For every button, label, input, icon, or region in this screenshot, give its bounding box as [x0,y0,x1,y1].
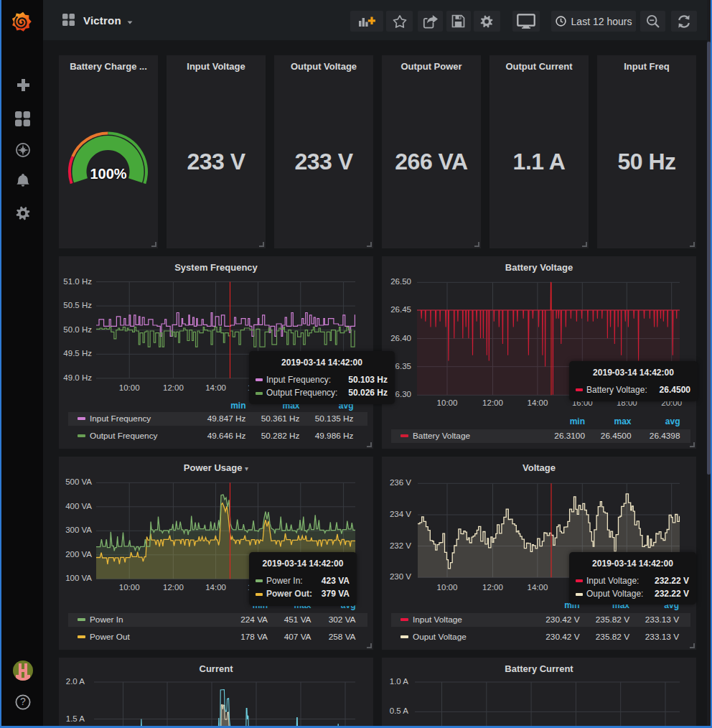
svg-text:?: ? [20,696,26,707]
